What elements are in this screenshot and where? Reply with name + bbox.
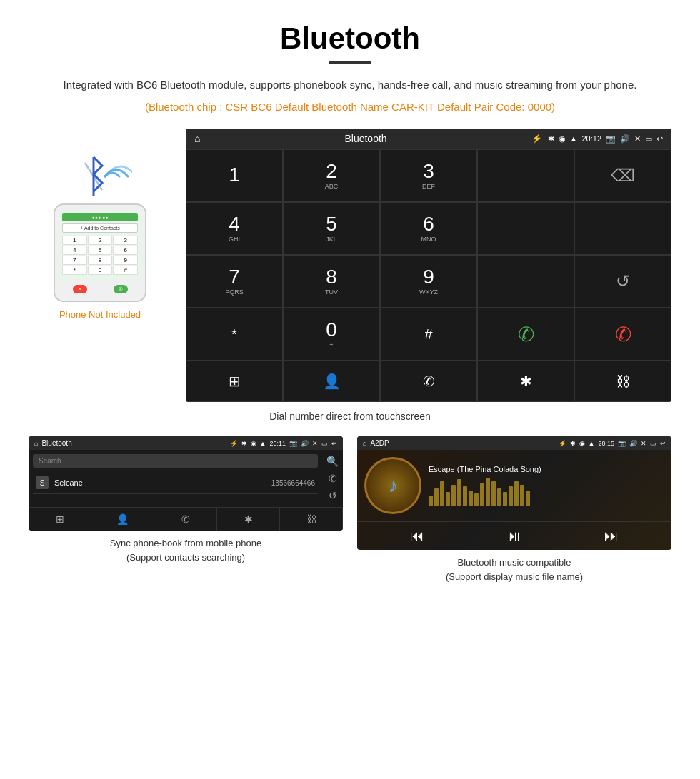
pb-nav-link[interactable]: ⛓ <box>280 508 343 531</box>
phone-keypad: 1 2 3 4 5 6 7 8 9 * 0 # <box>62 236 138 275</box>
contact-number: 13566664466 <box>271 479 315 487</box>
equalizer <box>429 478 664 506</box>
status-icons: ✱ ◉ ▲ 20:12 📷 🔊 ✕ ▭ ↩ <box>548 134 663 144</box>
phone-key-0: 0 <box>88 266 113 275</box>
phone-key-9: 9 <box>113 256 138 265</box>
phone-key-hash: # <box>113 266 138 275</box>
dial-key-hash[interactable]: # <box>380 308 477 361</box>
phone-mockup: ●●● ●● + Add to Contacts 1 2 3 4 5 6 7 8… <box>54 203 146 302</box>
dial-key-8[interactable]: 8TUV <box>283 255 380 308</box>
home-icon: ⌂ <box>194 133 200 144</box>
eq-bar <box>486 478 490 506</box>
dial-key-star[interactable]: * <box>186 308 283 361</box>
eq-bar <box>480 483 484 506</box>
dial-key-4[interactable]: 4GHI <box>186 202 283 255</box>
pb-usb-icon: ⚡ <box>230 440 238 447</box>
dialpad-grid: 1 2ABC 3DEF ⌫ 4GHI 5JKL <box>186 149 671 361</box>
search-placeholder: Search <box>39 457 61 465</box>
phone-key-7: 7 <box>62 256 87 265</box>
eq-bar <box>434 488 439 506</box>
dial-key-9[interactable]: 9WXYZ <box>380 255 477 308</box>
pb-win-icon: ▭ <box>321 440 328 447</box>
phone-key-3: 3 <box>113 236 138 245</box>
contact-row: S Seicane 13566664466 <box>33 472 318 494</box>
bt-wifi-icon <box>68 150 132 203</box>
phonebook-caption: Sync phone-book from mobile phone (Suppo… <box>110 536 261 564</box>
pb-nav-grid[interactable]: ⊞ <box>29 508 91 531</box>
dial-key-1[interactable]: 1 <box>186 149 283 202</box>
call-side-icon[interactable]: ✆ <box>329 473 337 484</box>
dial-key-0[interactable]: 0+ <box>283 308 380 361</box>
bottom-section: ⌂ Bluetooth ⚡ ✱ ◉ ▲ 20:11 📷 🔊 ✕ ▭ ↩ <box>29 436 671 583</box>
dial-key-7[interactable]: 7PQRS <box>186 255 283 308</box>
phone-end-btn: ✕ <box>73 285 87 293</box>
pb-vol-icon: 🔊 <box>301 440 309 447</box>
search-icon[interactable]: 🔍 <box>326 456 339 467</box>
pb-time: 20:11 <box>269 440 286 447</box>
pb-bt-icon: ✱ <box>241 440 247 447</box>
phone-key-star: * <box>62 266 87 275</box>
ms-time: 20:15 <box>598 440 614 447</box>
ms-wifi-icon: ▲ <box>589 440 595 447</box>
close-icon: ✕ <box>634 134 641 144</box>
eq-bar <box>497 488 501 506</box>
nav-phone-icon[interactable]: ✆ <box>380 361 477 402</box>
phone-key-4: 4 <box>62 246 87 255</box>
pb-nav-user[interactable]: 👤 <box>91 508 154 531</box>
song-title: Escape (The Pina Colada Song) <box>429 465 664 473</box>
phone-key-6: 6 <box>113 246 138 255</box>
phonebook-screen: ⌂ Bluetooth ⚡ ✱ ◉ ▲ 20:11 📷 🔊 ✕ ▭ ↩ <box>29 436 343 531</box>
car-status-bar: ⌂ Bluetooth ⚡ ✱ ◉ ▲ 20:12 📷 🔊 ✕ ▭ ↩ <box>186 129 671 149</box>
eq-bar <box>451 485 456 506</box>
phonebook-section: ⌂ Bluetooth ⚡ ✱ ◉ ▲ 20:11 📷 🔊 ✕ ▭ ↩ <box>29 436 343 583</box>
ms-win-icon: ▭ <box>650 440 656 447</box>
ms-x-icon: ✕ <box>641 440 646 447</box>
eq-bar <box>446 492 450 506</box>
dial-call-key[interactable]: ✆ <box>477 308 574 361</box>
phone-column: ●●● ●● + Add to Contacts 1 2 3 4 5 6 7 8… <box>29 129 171 320</box>
phone-bottom-bar: ✕ ✆ <box>59 283 141 295</box>
prev-track-btn[interactable]: ⏮ <box>410 528 424 544</box>
dial-key-5[interactable]: 5JKL <box>283 202 380 255</box>
music-controls: ⏮ ⏯ ⏭ <box>357 521 671 550</box>
dial-reload-key[interactable]: ↺ <box>574 255 671 308</box>
dial-end-key[interactable]: ✆ <box>574 308 671 361</box>
eq-bar <box>520 485 524 506</box>
search-bar[interactable]: Search <box>33 454 318 468</box>
camera-icon: 📷 <box>606 134 616 144</box>
dial-key-3[interactable]: 3DEF <box>380 149 477 202</box>
nav-grid-icon[interactable]: ⊞ <box>186 361 283 402</box>
page-title: Bluetooth <box>29 21 671 56</box>
nav-link-icon[interactable]: ⛓ <box>574 361 671 402</box>
music-screen: ⌂ A2DP ⚡ ✱ ◉ ▲ 20:15 📷 🔊 ✕ ▭ ↩ ♪ <box>357 436 671 550</box>
play-pause-btn[interactable]: ⏯ <box>507 528 521 544</box>
nav-contacts-icon[interactable]: 👤 <box>283 361 380 402</box>
reload-side-icon[interactable]: ↺ <box>329 490 337 501</box>
nav-bluetooth-icon[interactable]: ✱ <box>477 361 574 402</box>
back-icon: ↩ <box>656 134 663 144</box>
pb-nav-phone[interactable]: ✆ <box>154 508 217 531</box>
music-section: ⌂ A2DP ⚡ ✱ ◉ ▲ 20:15 📷 🔊 ✕ ▭ ↩ ♪ <box>357 436 671 583</box>
eq-bar <box>491 481 496 506</box>
dial-caption: Dial number direct from touchscreen <box>29 411 671 422</box>
ms-vol-icon: 🔊 <box>629 440 637 447</box>
contact-name: Seicane <box>54 478 271 487</box>
dial-key-6[interactable]: 6MNO <box>380 202 477 255</box>
phone-add-contacts: + Add to Contacts <box>62 223 138 233</box>
dial-key-2[interactable]: 2ABC <box>283 149 380 202</box>
phonebook-status-bar: ⌂ Bluetooth ⚡ ✱ ◉ ▲ 20:11 📷 🔊 ✕ ▭ ↩ <box>29 436 343 450</box>
reload-icon: ↺ <box>616 271 630 291</box>
pb-nav-bt[interactable]: ✱ <box>217 508 280 531</box>
dial-key-empty-1 <box>477 149 574 202</box>
album-art: ♪ <box>364 457 421 514</box>
bluetooth-status-icon: ✱ <box>548 134 554 144</box>
phone-call-btn: ✆ <box>114 285 128 293</box>
music-info: Escape (The Pina Colada Song) <box>429 465 664 506</box>
music-status-bar: ⌂ A2DP ⚡ ✱ ◉ ▲ 20:15 📷 🔊 ✕ ▭ ↩ <box>357 436 671 450</box>
next-track-btn[interactable]: ⏭ <box>604 528 619 544</box>
phonebook-content: Search S Seicane 13566664466 <box>29 450 322 507</box>
music-content: ♪ Escape (The Pina Colada Song) <box>357 450 671 521</box>
dial-backspace-key[interactable]: ⌫ <box>574 149 671 202</box>
eq-bar <box>469 491 473 506</box>
eq-bar <box>509 486 513 506</box>
